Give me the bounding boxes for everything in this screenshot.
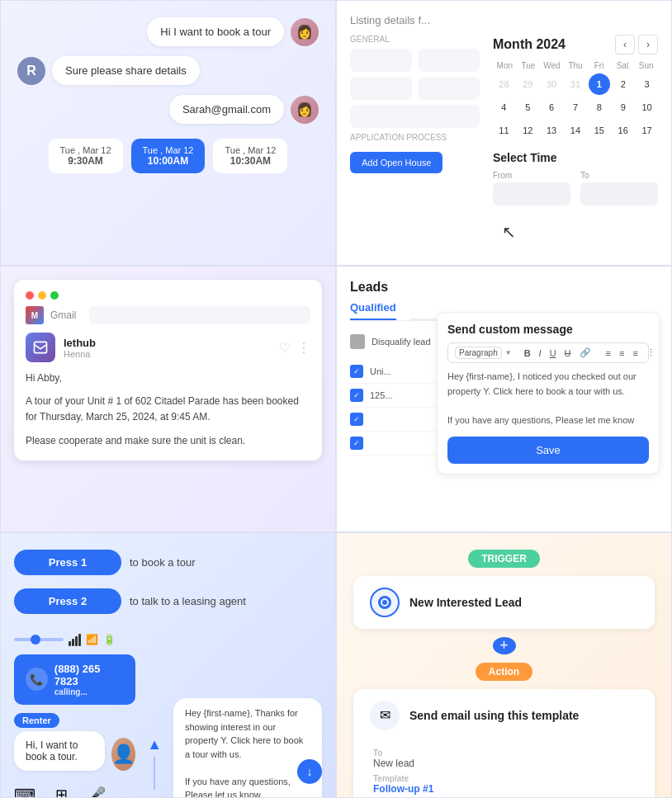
custom-message-body: Hey {first-name}, I noticed you checked …	[447, 370, 649, 427]
close-dot[interactable]	[26, 291, 34, 300]
from-input[interactable]	[493, 182, 570, 205]
heart-icon[interactable]: ♡	[279, 340, 291, 356]
template-bubble: Hey {first-name}, Thanks for showing int…	[173, 698, 322, 798]
time-slot-3[interactable]: Tue , Mar 12 10:30AM	[213, 139, 287, 173]
phone-number: (888) 265 7823	[54, 663, 124, 687]
svg-rect-0	[35, 342, 47, 353]
trigger-title: New Interested Lead	[409, 596, 522, 609]
day-wed: Wed	[540, 61, 564, 70]
paragraph-dropdown[interactable]: Paragraph	[455, 347, 502, 359]
lease-field[interactable]	[419, 77, 480, 100]
sender-row: lethub Henna ♡ ⋮	[26, 333, 310, 362]
cal-day[interactable]: 10	[637, 97, 658, 118]
apps-icon[interactable]: ⊞	[55, 786, 68, 798]
cal-day[interactable]: 28	[493, 73, 514, 95]
slider[interactable]	[14, 638, 64, 641]
cal-day[interactable]: 11	[493, 120, 514, 141]
renter-label: Renter	[14, 713, 59, 728]
press-2-row: Press 2 to talk to a leasing agent	[14, 588, 322, 614]
cal-day[interactable]: 5	[517, 97, 538, 118]
gmail-search[interactable]	[89, 306, 310, 324]
cursor-icon: ↖	[502, 222, 516, 242]
cal-day[interactable]: 4	[493, 97, 514, 118]
template-value: Follow-up #1	[373, 783, 433, 795]
align-center-button[interactable]: ≡	[617, 347, 627, 359]
time-slot-2[interactable]: Tue , Mar 12 10:00AM	[131, 139, 206, 173]
toggle-disqualify[interactable]	[350, 334, 365, 349]
minimize-dot[interactable]	[38, 291, 46, 300]
lead-checkbox-1[interactable]: ✓	[350, 365, 363, 378]
cal-day[interactable]: 13	[541, 120, 562, 141]
more-options-button[interactable]: ⋮	[644, 347, 658, 359]
strikethrough-button[interactable]: U	[562, 347, 574, 359]
add-step-button[interactable]: +	[493, 637, 516, 654]
maximize-dot[interactable]	[50, 291, 59, 300]
disqualify-button[interactable]: Disqualify lead	[371, 337, 431, 347]
cal-day[interactable]: 29	[517, 73, 538, 95]
link-button[interactable]: 🔗	[577, 347, 594, 359]
arrow-up-icon: ▲	[147, 736, 162, 753]
save-message-button[interactable]: Save	[447, 437, 649, 464]
leads-title: Leads	[350, 280, 658, 295]
time-slot-1[interactable]: Tue , Mar 12 9:30AM	[49, 139, 123, 173]
align-left-button[interactable]: ≡	[603, 347, 613, 359]
tab-qualified[interactable]: Qualified	[350, 301, 396, 320]
cal-day[interactable]: 30	[541, 73, 562, 95]
lead-checkbox-3[interactable]: ✓	[350, 413, 363, 426]
trigger-card: New Interested Lead	[353, 576, 655, 629]
italic-button[interactable]: I	[537, 347, 544, 359]
main-grid: Hi I want to book a tour 👩 R Sure please…	[0, 0, 672, 798]
msg-line1: Hey {first-name}, I noticed you checked …	[447, 370, 649, 399]
slot3-date: Tue , Mar 12	[225, 145, 276, 155]
cal-day[interactable]: 3	[637, 73, 658, 95]
showing-agent-field[interactable]	[350, 77, 412, 100]
cal-day[interactable]: 7	[565, 97, 586, 118]
sec-deposit-field[interactable]	[419, 49, 480, 72]
underline-button[interactable]: U	[547, 347, 559, 359]
renter-bubble: Hi, I want to book a tour.	[14, 731, 105, 771]
rent-field[interactable]	[350, 49, 412, 72]
trigger-badge: TRIGGER	[468, 550, 540, 568]
flow-line	[154, 757, 155, 790]
cal-day[interactable]: 17	[637, 120, 658, 141]
ivr-panel: Press 1 to book a tour Press 2 to talk t…	[0, 532, 336, 798]
gmail-actions: ♡ ⋮	[279, 340, 310, 356]
prev-month-button[interactable]: ‹	[615, 35, 635, 54]
dialpad-icon[interactable]: ⌨	[14, 786, 35, 798]
slot2-date: Tue , Mar 12	[143, 145, 194, 155]
press-2-button[interactable]: Press 2	[14, 588, 121, 614]
calling-text: calling...	[54, 687, 124, 696]
leads-panel: Leads Qualified Disqualify lead ✉ Send C…	[336, 266, 672, 531]
cal-day[interactable]: 14	[565, 120, 586, 141]
lead-checkbox-4[interactable]: ✓	[350, 437, 363, 450]
cal-day[interactable]: 16	[613, 120, 634, 141]
more-icon[interactable]: ⋮	[297, 340, 310, 356]
to-input[interactable]	[580, 182, 658, 205]
cal-day[interactable]: 8	[589, 97, 610, 118]
add-open-house-button[interactable]: Add Open House	[350, 152, 442, 173]
cal-day[interactable]: 31	[565, 73, 586, 95]
next-month-button[interactable]: ›	[638, 35, 658, 54]
align-right-button[interactable]: ≡	[630, 347, 640, 359]
template-msg2: If you have any questions, Please let us…	[185, 775, 310, 798]
scroll-icon[interactable]: ↓	[297, 759, 322, 784]
bold-button[interactable]: B	[522, 347, 533, 359]
mute-icon[interactable]: 🎤	[88, 786, 106, 798]
chat-text-2: Sure please share details	[52, 56, 200, 85]
cal-day[interactable]: 15	[589, 120, 610, 141]
lead-checkbox-2[interactable]: ✓	[350, 389, 363, 402]
cal-day[interactable]: 12	[517, 120, 538, 141]
cal-day[interactable]: 6	[541, 97, 562, 118]
action-details: To New lead Template Follow-up #1	[370, 748, 433, 795]
cal-day[interactable]: 2	[613, 73, 634, 95]
agent-fields	[350, 77, 480, 100]
showing-start-field[interactable]	[350, 105, 480, 128]
cal-day-today[interactable]: 1	[589, 73, 610, 95]
day-sat: Sat	[611, 61, 635, 70]
cal-day[interactable]: 9	[613, 97, 634, 118]
days-header: Mon Tue Wed Thu Fri Sat Sun	[493, 61, 658, 70]
bar4	[78, 634, 81, 646]
time-slots: Tue , Mar 12 9:30AM Tue , Mar 12 10:00AM…	[17, 139, 319, 173]
press-1-button[interactable]: Press 1	[14, 550, 121, 575]
email-body1: A tour of your Unit # 1 of 602 Citadel P…	[26, 394, 310, 425]
